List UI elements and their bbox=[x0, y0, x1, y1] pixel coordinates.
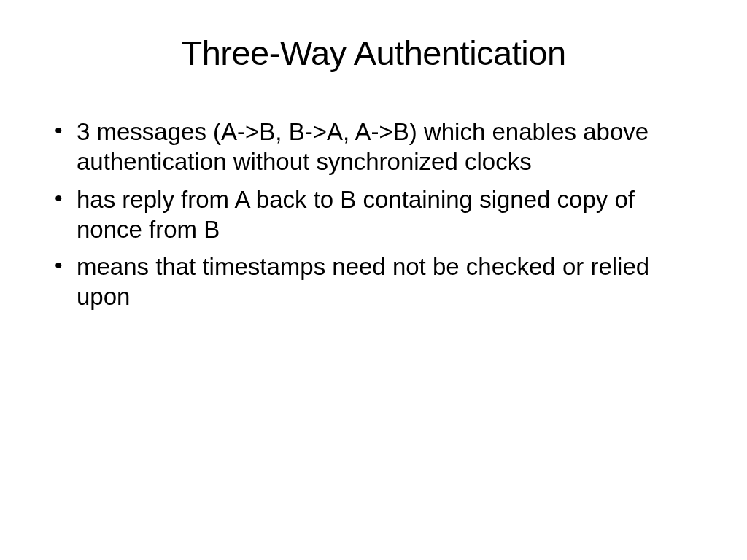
bullet-list: 3 messages (A->B, B->A, A->B) which enab… bbox=[55, 117, 707, 312]
slide-container: Three-Way Authentication 3 messages (A->… bbox=[0, 0, 747, 560]
bullet-item: means that timestamps need not be checke… bbox=[55, 252, 707, 312]
slide-title: Three-Way Authentication bbox=[40, 33, 707, 73]
bullet-item: 3 messages (A->B, B->A, A->B) which enab… bbox=[55, 117, 707, 177]
bullet-item: has reply from A back to B containing si… bbox=[55, 184, 707, 245]
slide-content: 3 messages (A->B, B->A, A->B) which enab… bbox=[40, 117, 707, 312]
